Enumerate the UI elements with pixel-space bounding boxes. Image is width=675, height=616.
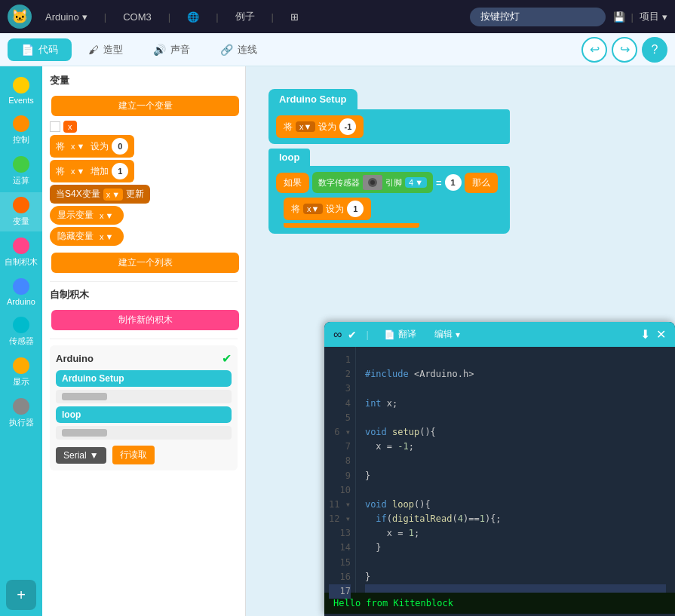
x-arrow-neg1: ▼: [304, 122, 312, 131]
separator-line: |: [366, 329, 368, 340]
globe-btn[interactable]: 🌐: [181, 8, 205, 26]
sidebar-item-custom[interactable]: 自制积木: [0, 233, 42, 272]
sidebar-item-display[interactable]: 显示: [0, 353, 42, 392]
set-block[interactable]: 将 x ▼ 设为 0: [50, 135, 134, 158]
arduino-menu[interactable]: Arduino ▾: [39, 8, 94, 26]
code-content[interactable]: #include <Arduino.h> int x; void setup()…: [356, 347, 675, 593]
add-extension-button[interactable]: +: [6, 580, 36, 610]
arduino-setup-block[interactable]: Arduino Setup: [56, 370, 232, 387]
download-button[interactable]: ⬇: [640, 327, 650, 342]
to-neg1-label: 设为: [318, 121, 336, 133]
tab-code[interactable]: 📄 代码: [8, 38, 72, 61]
sidebar: Events 控制 运算 变量 自制积木 Arduino 传感器 显示: [0, 66, 42, 616]
pin-dropdown[interactable]: 4 ▼: [405, 177, 427, 188]
s4x-var-row: 当S4X变量 x ▼ 更新: [50, 185, 238, 204]
sidebar-item-variables[interactable]: 变量: [0, 192, 42, 231]
x-dropdown-neg1[interactable]: x ▼: [296, 121, 315, 132]
var-dropdown-4[interactable]: x ▼: [97, 210, 116, 222]
sidebar-item-events[interactable]: Events: [0, 72, 42, 109]
tab-sound[interactable]: 🔊 声音: [140, 38, 204, 61]
undo-button[interactable]: ↩: [581, 37, 607, 63]
ln-1: 1: [329, 353, 351, 367]
tab-connect[interactable]: 🔗 连线: [207, 38, 271, 61]
arduino-section: Arduino ✔ Arduino Setup loop Serial ▼ 行读…: [50, 345, 238, 470]
arrow5: ▼: [106, 232, 114, 241]
example-btn[interactable]: 例子: [229, 7, 261, 26]
create-list-button[interactable]: 建立一个列表: [51, 253, 239, 273]
sidebar-item-actuator[interactable]: 执行器: [0, 394, 42, 433]
to-1-label: 设为: [326, 203, 344, 216]
com-label[interactable]: COM3: [117, 8, 158, 26]
show-var-label: 显示变量: [57, 209, 94, 222]
ln-15: 15: [329, 556, 351, 570]
code-line-10: [365, 483, 666, 498]
code-line-15: [365, 556, 666, 570]
var-dropdown-3[interactable]: x ▼: [103, 188, 123, 201]
edit-label: 编辑: [434, 328, 453, 341]
arduino-section-title: Arduino: [56, 353, 94, 364]
var-dropdown-5[interactable]: x ▼: [97, 231, 116, 243]
increase-block[interactable]: 将 x ▼ 增加 1: [50, 160, 134, 182]
code-header-right: ⬇ ✕: [640, 327, 666, 342]
sensor-block[interactable]: 数字传感器 引脚 4 ▼: [312, 172, 433, 193]
set-neg1-block[interactable]: 将 x ▼ 设为 -1: [276, 115, 364, 138]
code-line-5: [365, 411, 666, 425]
blocks-icon-btn[interactable]: ⊞: [284, 8, 305, 26]
create-var-button[interactable]: 建立一个变量: [51, 96, 239, 116]
create-block-button[interactable]: 制作新的积木: [51, 310, 239, 330]
project-menu[interactable]: 项目 ▾: [640, 10, 667, 23]
close-code-button[interactable]: ✕: [656, 327, 666, 342]
arduino-setup-label: Arduino Setup: [62, 373, 124, 384]
custom-label: 自制积木: [5, 256, 38, 268]
var-section-title: 变量: [50, 74, 238, 87]
undo-icon: ↩: [590, 42, 600, 57]
pin-arrow: ▼: [415, 178, 423, 187]
s4x-block[interactable]: 当S4X变量 x ▼ 更新: [50, 185, 150, 204]
events-label: Events: [8, 96, 34, 105]
translate-button[interactable]: 📄 翻译: [378, 326, 422, 342]
ln-11: 11 ▾: [329, 498, 351, 512]
x-dropdown-1[interactable]: x ▼: [303, 204, 323, 214]
hide-var-block[interactable]: 隐藏变量 x ▼: [50, 227, 124, 246]
connect-tab-label: 连线: [238, 43, 257, 57]
serial-button[interactable]: Serial ▼: [56, 447, 106, 464]
arrow1: ▼: [77, 142, 85, 151]
val-1: 1: [112, 163, 128, 179]
sep1: |: [104, 11, 106, 23]
canvas-area[interactable]: Arduino Setup 将 x ▼ 设为 -1 loop: [246, 66, 675, 616]
set-1-block[interactable]: 将 x ▼ 设为 1: [284, 198, 371, 220]
pin-label: 引脚: [385, 177, 402, 188]
var-checkbox[interactable]: [50, 121, 60, 132]
var-dropdown-2[interactable]: x ▼: [68, 165, 87, 177]
code-line-2: #include <Arduino.h>: [365, 367, 666, 382]
sidebar-item-arduino[interactable]: Arduino: [0, 274, 42, 311]
ln-17: 17: [329, 584, 351, 599]
set-1-label: 将: [291, 203, 300, 216]
redo-button[interactable]: ↪: [612, 37, 637, 63]
sidebar-item-control[interactable]: 控制: [0, 111, 42, 150]
sidebar-item-sensors[interactable]: 传感器: [0, 312, 42, 351]
tab-shape[interactable]: 🖌 造型: [75, 38, 137, 61]
tabs-bar: 📄 代码 🖌 造型 🔊 声音 🔗 连线 ↩ ↪ ?: [0, 33, 675, 66]
ln-8: 8: [329, 454, 351, 468]
help-button[interactable]: ?: [642, 37, 667, 63]
shape-tab-icon: 🖌: [88, 44, 99, 56]
search-input[interactable]: [470, 8, 606, 26]
read-button[interactable]: 行读取: [112, 446, 155, 464]
set-1-row: 将 x ▼ 设为 1: [284, 198, 502, 220]
show-var-block[interactable]: 显示变量 x ▼: [50, 206, 124, 225]
set-label2: 将: [56, 165, 65, 178]
tabs-right-btns: ↩ ↪ ?: [581, 37, 667, 63]
set-label: 将: [56, 140, 65, 153]
code-line-7: x = -1;: [365, 440, 666, 454]
loop-block[interactable]: loop: [56, 406, 232, 423]
ln-10: 10: [329, 483, 351, 498]
sidebar-item-operators[interactable]: 运算: [0, 152, 42, 191]
edit-button[interactable]: 编辑 ▾: [428, 326, 466, 342]
increase-var-row: 将 x ▼ 增加 1: [50, 160, 238, 182]
loop-header-block: loop: [268, 149, 310, 166]
code-line-9: }: [365, 469, 666, 483]
loop-body: 如果 数字传感器 引脚 4 ▼ = 1 那么: [268, 166, 510, 234]
set-neg1-row: 将 x ▼ 设为 -1: [276, 115, 502, 138]
var-dropdown-1[interactable]: x ▼: [68, 140, 87, 152]
